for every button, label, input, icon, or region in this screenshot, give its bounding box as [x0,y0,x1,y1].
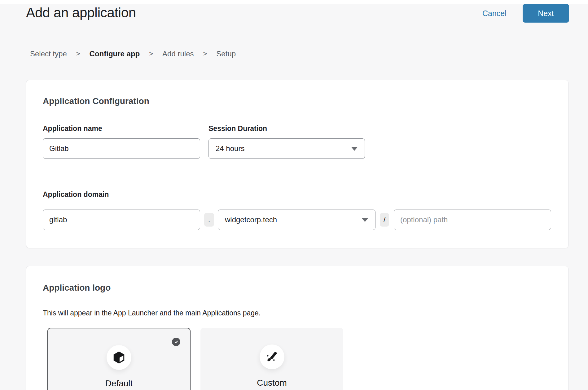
cube-icon [112,350,126,365]
breadcrumb-step-setup[interactable]: Setup [216,50,236,58]
breadcrumb-separator: > [149,50,153,58]
application-logo-heading: Application logo [43,283,111,293]
logo-option-custom[interactable]: Custom [200,328,343,390]
logo-option-default[interactable]: Default [47,328,191,390]
default-logo-circle [107,345,131,370]
application-logo-card: Application logo This will appear in the… [26,266,568,390]
session-duration-select[interactable]: 24 hours [208,138,365,159]
breadcrumb-step-select-type[interactable]: Select type [30,50,67,58]
breadcrumb-step-add-rules[interactable]: Add rules [162,50,194,58]
page-title: Add an application [26,3,136,22]
path-input[interactable] [394,210,551,230]
breadcrumb-step-configure-app[interactable]: Configure app [90,50,140,58]
breadcrumb-separator: > [203,50,207,58]
paintbrush-icon [265,350,279,364]
application-domain-label: Application domain [43,190,109,199]
chevron-down-icon [351,147,358,151]
next-button[interactable]: Next [523,4,569,23]
session-duration-selected-value: 24 hours [216,144,244,153]
breadcrumb-separator: > [76,50,80,58]
domain-slash-separator: / [380,213,389,227]
application-configuration-heading: Application Configuration [43,96,149,106]
logo-option-label: Default [48,379,190,388]
logo-option-label: Custom [200,378,343,388]
application-configuration-card: Application Configuration Application na… [26,80,568,248]
selected-check-badge [172,338,180,346]
breadcrumb: Select type > Configure app > Add rules … [30,50,236,58]
application-name-label: Application name [43,124,102,133]
session-duration-label: Session Duration [208,124,267,133]
domain-dot-separator: . [204,213,214,227]
custom-logo-circle [260,344,284,369]
check-icon [173,339,179,344]
subdomain-input[interactable] [43,210,200,230]
application-name-input[interactable] [43,138,200,159]
add-application-page: Add an application Cancel Next Select ty… [0,0,588,390]
chevron-down-icon [362,218,368,222]
domain-select[interactable]: widgetcorp.tech [218,210,375,230]
cancel-button[interactable]: Cancel [482,9,507,18]
domain-selected-value: widgetcorp.tech [225,215,277,224]
application-logo-description: This will appear in the App Launcher and… [43,309,261,317]
